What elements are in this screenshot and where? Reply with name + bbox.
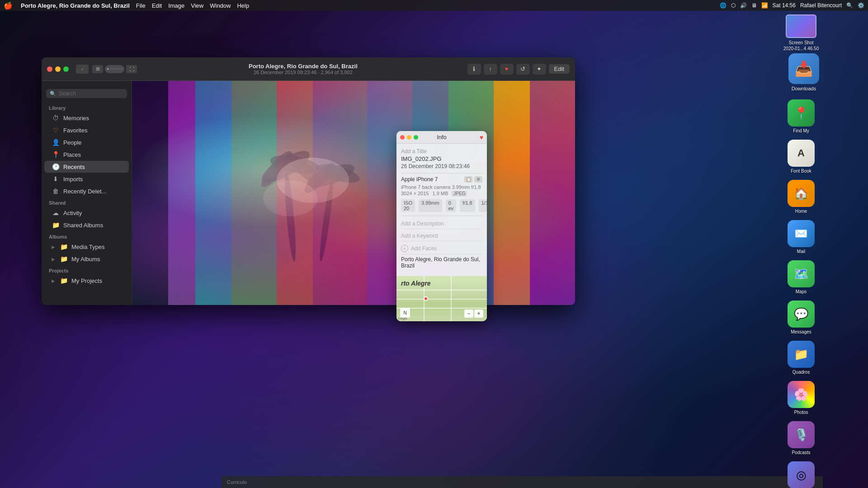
search-bar[interactable]: 🔍 Search bbox=[46, 89, 127, 98]
info-maximize-button[interactable] bbox=[414, 135, 418, 140]
menubar-control-center[interactable]: ⚙️ bbox=[858, 2, 864, 9]
window-actions: ℹ ↑ ♥ ↺ ✦ Edit bbox=[467, 64, 570, 75]
podcasts-icon: 🎙️ bbox=[788, 421, 815, 448]
font-book-label: Font Book bbox=[783, 169, 819, 174]
fit-button[interactable]: ⛶ bbox=[126, 65, 137, 73]
siri-app[interactable]: ◎ Siri bbox=[783, 461, 819, 488]
info-date: 26 December 2019 08:23:46 bbox=[401, 163, 482, 169]
info-add-description[interactable]: Add a Description bbox=[401, 219, 482, 229]
sidebar-item-places[interactable]: 📍 Places bbox=[44, 149, 129, 160]
info-close-button[interactable] bbox=[400, 135, 405, 140]
svg-rect-3 bbox=[168, 81, 195, 305]
menubar-search-icon[interactable]: 🔍 bbox=[846, 2, 853, 9]
close-button[interactable] bbox=[47, 66, 52, 72]
favorite-button[interactable]: ♥ bbox=[500, 64, 514, 75]
sidebar-item-recently-deleted[interactable]: 🗑 Recently Delet... bbox=[44, 185, 129, 197]
svg-rect-12 bbox=[530, 81, 575, 305]
quadros-icon: 📁 bbox=[788, 341, 815, 368]
map-zoom-in-button[interactable]: + bbox=[474, 310, 483, 318]
info-divider-1 bbox=[401, 173, 482, 174]
find-my-app[interactable]: 📍 Find My bbox=[783, 99, 819, 133]
info-location: Porto Alegre, Rio Grande do Sul, Brazil bbox=[401, 256, 482, 269]
messages-app[interactable]: 💬 Messages bbox=[783, 300, 819, 334]
apple-menu[interactable]: 🍎 bbox=[4, 1, 13, 10]
svg-point-20 bbox=[314, 161, 362, 187]
info-aperture: f/1.8 bbox=[460, 199, 475, 212]
podcasts-app[interactable]: 🎙️ Podcasts bbox=[783, 421, 819, 455]
sidebar-item-media-types[interactable]: ▶ 📁 Media Types bbox=[44, 241, 129, 253]
search-icon: 🔍 bbox=[50, 91, 56, 97]
expand-icon-projects: ▶ bbox=[52, 278, 55, 283]
edit-button[interactable]: Edit bbox=[549, 64, 570, 74]
info-dimensions: 3024 × 2015 bbox=[401, 191, 429, 197]
traffic-lights bbox=[47, 66, 69, 72]
menubar-help[interactable]: Help bbox=[237, 2, 249, 9]
info-button[interactable]: ℹ bbox=[467, 64, 481, 75]
screenshot-thumbnail[interactable]: Screen Shot 2020-01...4.46.50 bbox=[783, 14, 819, 52]
menubar-app-name[interactable]: Porto Alegre, Rio Grande do Sul, Brazil bbox=[21, 2, 130, 9]
share-button[interactable]: ↑ bbox=[484, 64, 497, 75]
info-map[interactable]: rto Alegre Legal − + N bbox=[396, 276, 487, 321]
info-add-keyword[interactable]: Add a Keyword bbox=[401, 231, 482, 241]
recently-deleted-icon: 🗑 bbox=[52, 188, 60, 195]
info-title: Info bbox=[437, 134, 447, 141]
sidebar-item-my-albums[interactable]: ▶ 📁 My Albums bbox=[44, 253, 129, 265]
shared-section-label: Shared bbox=[42, 197, 132, 206]
sidebar-item-recents[interactable]: 🕐 Recents bbox=[44, 161, 129, 173]
home-app[interactable]: 🏠 Home bbox=[783, 180, 819, 214]
maximize-button[interactable] bbox=[63, 66, 69, 72]
back-button[interactable]: ‹ bbox=[76, 65, 89, 74]
quadros-app[interactable]: 📁 Quadros bbox=[783, 341, 819, 375]
info-iso: ISO 20 bbox=[401, 199, 415, 212]
grid-view-button[interactable]: ⊞ bbox=[92, 65, 103, 73]
menubar-window[interactable]: Window bbox=[210, 2, 231, 9]
rotate-button[interactable]: ↺ bbox=[516, 64, 530, 75]
mail-app[interactable]: ✉️ Mail bbox=[783, 220, 819, 254]
sidebar-item-shared-albums[interactable]: 📁 Shared Albums bbox=[44, 219, 129, 231]
svg-point-21 bbox=[301, 159, 338, 197]
map-compass[interactable]: N bbox=[400, 308, 410, 318]
info-body: Add a Title IMG_0202.JPG 26 December 201… bbox=[396, 144, 487, 276]
menubar-image[interactable]: Image bbox=[168, 2, 184, 9]
info-add-title[interactable]: Add a Title bbox=[401, 148, 482, 155]
info-add-faces-row[interactable]: + Add Faces bbox=[401, 243, 482, 254]
map-controls: − + bbox=[464, 310, 483, 318]
menubar-edit[interactable]: Edit bbox=[152, 2, 162, 9]
menubar-volume-icon[interactable]: 🔊 bbox=[740, 2, 747, 9]
sidebar-item-my-projects[interactable]: ▶ 📁 My Projects bbox=[44, 275, 129, 286]
photos-window: ‹ ⊞ ● ───── ⛶ Porto Alegre, Rio Grande d… bbox=[42, 57, 575, 305]
messages-icon: 💬 bbox=[788, 300, 815, 328]
camera-copy-icon[interactable]: 📋 bbox=[464, 176, 472, 183]
sidebar-label-shared-albums: Shared Albums bbox=[63, 222, 103, 229]
svg-point-16 bbox=[257, 147, 296, 191]
minimize-button[interactable] bbox=[55, 66, 61, 72]
info-minimize-button[interactable] bbox=[407, 135, 411, 140]
menubar-view[interactable]: View bbox=[191, 2, 203, 9]
sidebar-item-activity[interactable]: ☁ Activity bbox=[44, 207, 129, 219]
photo-content bbox=[132, 81, 575, 305]
siri-icon: ◎ bbox=[788, 461, 815, 488]
info-heart-icon[interactable]: ♥ bbox=[480, 134, 483, 141]
menubar-display-icon[interactable]: 🖥 bbox=[751, 2, 757, 9]
font-book-app[interactable]: A Font Book bbox=[783, 140, 819, 174]
sidebar-item-imports[interactable]: ⬇ Imports bbox=[44, 173, 129, 185]
info-camera-sub: iPhone 7 back camera 3.99mm f/1.8 bbox=[401, 184, 482, 190]
add-faces-plus-icon: + bbox=[401, 245, 408, 252]
menubar-file[interactable]: File bbox=[136, 2, 146, 9]
sidebar-item-favorites[interactable]: ♡ Favorites bbox=[44, 124, 129, 136]
map-zoom-out-button[interactable]: − bbox=[464, 310, 473, 318]
sidebar-item-people[interactable]: 👤 People bbox=[44, 136, 129, 148]
sidebar-item-memories[interactable]: ⏱ Memories bbox=[44, 112, 129, 124]
library-section-label: Library bbox=[42, 103, 132, 112]
expand-icon-media: ▶ bbox=[52, 244, 55, 249]
menubar-bluetooth-icon[interactable]: ⬡ bbox=[731, 2, 736, 9]
maps-app[interactable]: 🗺️ Maps bbox=[783, 260, 819, 294]
camera-settings-icon[interactable]: ⚙ bbox=[474, 176, 482, 183]
enhance-button[interactable]: ✦ bbox=[533, 64, 546, 75]
menubar-wifi-icon[interactable]: 📶 bbox=[761, 2, 768, 9]
map-city-label: rto Alegre bbox=[401, 280, 431, 287]
photos-app[interactable]: 🌸 Photos bbox=[783, 381, 819, 415]
zoom-slider[interactable]: ● ───── bbox=[105, 65, 124, 73]
downloads-folder[interactable]: 📥 Downloads bbox=[788, 53, 819, 91]
svg-rect-2 bbox=[132, 81, 168, 305]
